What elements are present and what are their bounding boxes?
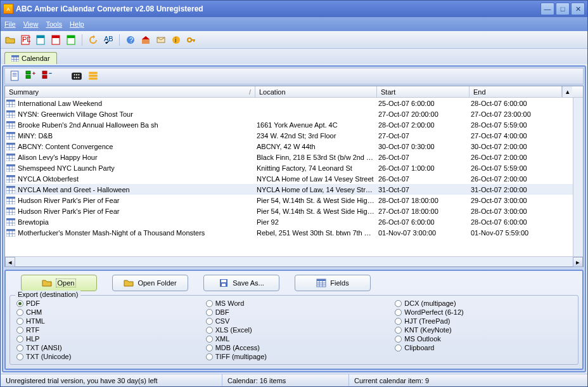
svg-rect-25 [42, 71, 47, 74]
col-location[interactable]: Location [255, 86, 377, 97]
open-button[interactable]: Open [21, 275, 97, 291]
svg-rect-51 [6, 121, 15, 123]
svg-rect-46 [10, 112, 13, 115]
table-row[interactable]: NYSN: Greenwich Village Ghost Tour27-Oct… [5, 108, 573, 119]
export-radio-clipboard[interactable]: Clipboard [395, 344, 572, 351]
export-radio-html[interactable]: HTML [16, 317, 193, 325]
svg-point-33 [78, 77, 79, 78]
list-icon[interactable] [87, 70, 99, 82]
info-icon[interactable]: i [170, 34, 182, 46]
export-radio-mdb-access-[interactable]: MDB (Access) [206, 344, 383, 351]
table-row[interactable]: BrewtopiaPier 9226-Oct-07 6:00:0028-Oct-… [5, 216, 573, 227]
hscrollbar[interactable]: ◂ ▸ [5, 256, 583, 266]
svg-rect-91 [10, 180, 13, 183]
minimize-button[interactable]: — [540, 3, 554, 15]
tree-minus-icon[interactable] [42, 70, 53, 82]
tree-plus-icon[interactable] [25, 70, 37, 82]
svg-point-28 [74, 74, 75, 75]
status-trial: Unregistered trial version, you have 30 … [1, 374, 222, 386]
menu-view[interactable]: View [23, 20, 39, 28]
col-end[interactable]: End [470, 86, 562, 97]
table-row[interactable]: Hudson River Park's Pier of FearPier 54,… [5, 206, 573, 216]
table-row[interactable]: ABCNY: Content ConvergenceABCNY, 42 W 44… [5, 141, 573, 152]
svg-rect-54 [12, 123, 15, 126]
fields-button[interactable]: Fields [295, 275, 371, 291]
event-list: Summary/ Location Start End ▴ Internatio… [4, 86, 584, 267]
export-radio-tiff-multipage-[interactable]: TIFF (multipage) [206, 353, 383, 360]
refresh-icon[interactable] [87, 34, 99, 46]
svg-rect-87 [6, 177, 10, 180]
col-start[interactable]: Start [377, 86, 470, 97]
export-radio-knt-keynote-[interactable]: KNT (KeyNote) [395, 326, 572, 334]
export-radio-hlp[interactable]: HLP [16, 335, 193, 343]
svg-rect-110 [12, 209, 15, 213]
open-icon[interactable] [4, 34, 16, 46]
export-radio-dbf[interactable]: DBF [206, 308, 383, 316]
export-radio-ms-word[interactable]: MS Word [206, 299, 383, 307]
chm-icon[interactable] [35, 34, 46, 46]
tab-calendar[interactable]: Calendar [4, 52, 57, 64]
col-summary[interactable]: Summary/ [5, 86, 255, 97]
menu-tools[interactable]: Tools [46, 20, 62, 28]
abc-icon[interactable]: ABC [103, 34, 114, 46]
html-icon[interactable] [50, 34, 61, 46]
titlebar: A ABC Amber iCalendar Converter v2.08 Un… [1, 1, 587, 17]
table-row[interactable]: Shemspeed NYC Launch PartyKnitting Facto… [5, 162, 573, 173]
svg-rect-48 [6, 115, 10, 118]
export-radio-xls-excel-[interactable]: XLS (Excel) [206, 326, 383, 334]
svg-rect-96 [12, 188, 15, 191]
svg-rect-47 [12, 112, 15, 115]
svg-rect-44 [6, 110, 15, 112]
svg-rect-50 [12, 115, 15, 118]
list-body[interactable]: International Law Weekend25-Oct-07 6:00:… [5, 98, 573, 256]
export-radio-txt-unicode-[interactable]: TXT (Unicode) [16, 353, 193, 360]
home-icon[interactable] [140, 34, 151, 46]
export-radio-chm[interactable]: CHM [16, 308, 193, 316]
table-row[interactable]: NYCLA Meet and Greet - HalloweenNYCLA Ho… [5, 184, 573, 195]
mail-icon[interactable] [155, 34, 167, 46]
key-icon[interactable] [186, 34, 197, 46]
hlp-icon[interactable] [65, 34, 77, 46]
hscroll-left[interactable]: ◂ [5, 257, 15, 267]
svg-point-31 [74, 77, 75, 78]
export-radio-hjt-treepad-[interactable]: HJT (TreePad) [395, 317, 572, 325]
app-icon: A [3, 4, 13, 14]
svg-rect-60 [10, 134, 13, 137]
export-radio-wordperfect-6-12-[interactable]: WordPerfect (6-12) [395, 308, 572, 316]
svg-rect-97 [6, 190, 10, 194]
table-row[interactable]: Brooke Ruben's 2nd Annual Halloween Ba s… [5, 119, 573, 130]
svg-rect-75 [12, 155, 15, 159]
svg-rect-62 [6, 136, 10, 140]
export-radio-dcx-multipage-[interactable]: DCX (multipage) [395, 299, 572, 307]
save-as-button[interactable]: Save As... [203, 275, 279, 291]
help-icon[interactable]: ? [125, 34, 136, 46]
vscrollbar[interactable] [573, 98, 583, 256]
svg-rect-38 [6, 102, 10, 105]
export-radio-txt-ansi-[interactable]: TXT (ANSI) [16, 344, 193, 351]
svg-rect-94 [6, 188, 10, 191]
pdf-icon[interactable]: PDF [20, 34, 31, 46]
new-doc-icon[interactable] [9, 70, 20, 82]
export-radio-xml[interactable]: XML [206, 335, 383, 343]
export-radio-ms-outlook[interactable]: MS Outlook [395, 335, 572, 343]
export-radio-pdf[interactable]: PDF [16, 299, 193, 307]
grid-icon[interactable] [71, 70, 82, 82]
hscroll-right[interactable]: ▸ [573, 257, 583, 267]
table-row[interactable]: Hudson River Park's Pier of FearPier 54,… [5, 195, 573, 206]
table-row[interactable]: Alison Levy's Happy HourBlack Finn, 218 … [5, 152, 573, 162]
maximize-button[interactable]: □ [556, 3, 570, 15]
menu-help[interactable]: Help [70, 20, 84, 28]
menu-file[interactable]: File [4, 20, 16, 28]
vscroll-up[interactable]: ▴ [562, 86, 572, 97]
export-radio-csv[interactable]: CSV [206, 317, 383, 325]
svg-rect-79 [6, 164, 15, 166]
table-row[interactable]: International Law Weekend25-Oct-07 6:00:… [5, 98, 573, 108]
svg-rect-111 [6, 212, 10, 215]
table-row[interactable]: NYCLA OktoberfestNYCLA Home of Law 14 Ve… [5, 173, 573, 184]
export-radio-rtf[interactable]: RTF [16, 326, 193, 334]
svg-rect-93 [6, 186, 15, 188]
table-row[interactable]: MiNY: D&B234 W. 42nd St; 3rd Floor27-Oct… [5, 130, 573, 141]
open-folder-button[interactable]: Open Folder [112, 275, 188, 291]
table-row[interactable]: Motherfucker's Monster Mash-Night of a T… [5, 227, 573, 238]
close-button[interactable]: ✕ [571, 3, 585, 15]
